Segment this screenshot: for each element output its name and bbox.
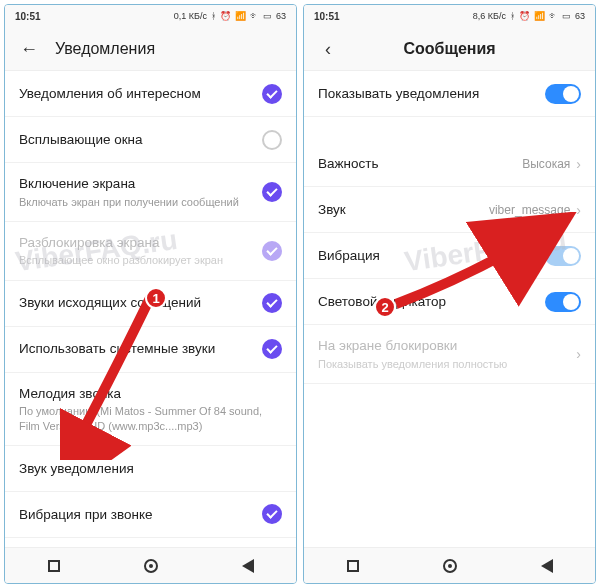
status-net: 8,6 КБ/с	[473, 12, 506, 21]
row-label: Всплывающие окна	[19, 131, 262, 149]
row-label: Вибрация	[318, 247, 545, 265]
wifi-icon: ᯤ	[549, 12, 558, 21]
check-icon	[262, 241, 282, 261]
nav-back[interactable]	[228, 559, 268, 573]
battery-pct: 63	[276, 12, 286, 21]
row-sound[interactable]: Звук viber_message ›	[304, 187, 595, 233]
row-label: Звук	[318, 201, 489, 219]
row-ringtone[interactable]: Мелодия звонка По умолчанию (Mi Matos - …	[5, 373, 296, 446]
status-indicators: 8,6 КБ/с ᚼ ⏰ 📶 ᯤ ▭ 63	[473, 12, 585, 21]
phone-right: 10:51 8,6 КБ/с ᚼ ⏰ 📶 ᯤ ▭ 63 ‹ Сообщения …	[303, 4, 596, 584]
circle-icon	[443, 559, 457, 573]
circle-icon	[144, 559, 158, 573]
check-icon	[262, 182, 282, 202]
row-notification-sound[interactable]: Звук уведомления	[5, 446, 296, 492]
chevron-right-icon: ›	[576, 203, 581, 217]
signal-icon: 📶	[235, 12, 246, 21]
row-label: Показывать уведомления	[318, 85, 545, 103]
row-label: Звук уведомления	[19, 460, 282, 478]
status-bar: 10:51 0,1 КБ/с ᚼ ⏰ 📶 ᯤ ▭ 63	[5, 5, 296, 27]
row-label: На экране блокировки	[318, 337, 576, 355]
row-sublabel: Всплывающее окно разблокирует экран	[19, 253, 262, 267]
square-icon	[347, 560, 359, 572]
check-icon	[262, 339, 282, 359]
chevron-left-icon: ‹	[325, 40, 331, 58]
row-screen-on[interactable]: Включение экрана Включать экран при полу…	[5, 163, 296, 222]
row-sublabel: Показывать уведомления полностью	[318, 357, 576, 371]
row-label: Световой индикатор	[318, 293, 545, 311]
row-value: viber_message	[489, 203, 570, 217]
row-label: Разблокировка экрана	[19, 234, 262, 252]
row-label: Использовать системные звуки	[19, 340, 262, 358]
status-bar: 10:51 8,6 КБ/с ᚼ ⏰ 📶 ᯤ ▭ 63	[304, 5, 595, 27]
bluetooth-icon: ᚼ	[510, 12, 515, 21]
check-icon	[262, 504, 282, 524]
check-icon	[262, 293, 282, 313]
toggle-on[interactable]	[545, 292, 581, 312]
battery-icon: ▭	[562, 12, 571, 21]
row-interesting[interactable]: Уведомления об интересном	[5, 71, 296, 117]
bluetooth-icon: ᚼ	[211, 12, 216, 21]
toggle-on[interactable]	[545, 246, 581, 266]
nav-home[interactable]	[430, 559, 470, 573]
row-show-notifications[interactable]: Показывать уведомления	[304, 71, 595, 117]
triangle-icon	[242, 559, 254, 573]
toggle-on[interactable]	[545, 84, 581, 104]
annotation-badge-1: 1	[145, 287, 167, 309]
battery-pct: 63	[575, 12, 585, 21]
page-title: Сообщения	[354, 40, 581, 58]
nav-recent[interactable]	[34, 560, 74, 572]
arrow-left-icon: ←	[20, 40, 38, 58]
chevron-right-icon: ›	[576, 347, 581, 361]
row-label: Важность	[318, 155, 522, 173]
row-led[interactable]: Световой индикатор	[304, 279, 595, 325]
nav-bar	[5, 547, 296, 583]
page-title: Уведомления	[55, 40, 282, 58]
row-unlock[interactable]: Разблокировка экрана Всплывающее окно ра…	[5, 222, 296, 281]
square-icon	[48, 560, 60, 572]
header: ‹ Сообщения	[304, 27, 595, 71]
row-label: Включение экрана	[19, 175, 262, 193]
row-sublabel: Включать экран при получении сообщений	[19, 195, 262, 209]
nav-bar	[304, 547, 595, 583]
back-button[interactable]: ←	[19, 39, 39, 59]
row-lockscreen[interactable]: На экране блокировки Показывать уведомле…	[304, 325, 595, 384]
alarm-icon: ⏰	[220, 12, 231, 21]
alarm-icon: ⏰	[519, 12, 530, 21]
row-system-sounds[interactable]: Использовать системные звуки	[5, 327, 296, 373]
nav-home[interactable]	[131, 559, 171, 573]
row-label: Вибрация при звонке	[19, 506, 262, 524]
signal-icon: 📶	[534, 12, 545, 21]
settings-list: Показывать уведомления Важность Высокая …	[304, 71, 595, 547]
section-gap	[304, 117, 595, 141]
triangle-icon	[541, 559, 553, 573]
row-label: Мелодия звонка	[19, 385, 282, 403]
check-icon	[262, 84, 282, 104]
nav-back[interactable]	[527, 559, 567, 573]
row-vibrate-call[interactable]: Вибрация при звонке	[5, 492, 296, 538]
status-time: 10:51	[314, 11, 340, 22]
battery-icon: ▭	[263, 12, 272, 21]
settings-list: Уведомления об интересном Всплывающие ок…	[5, 71, 296, 547]
row-label: Звуки исходящих сообщений	[19, 294, 262, 312]
radio-off-icon	[262, 130, 282, 150]
status-indicators: 0,1 КБ/с ᚼ ⏰ 📶 ᯤ ▭ 63	[174, 12, 286, 21]
back-button[interactable]: ‹	[318, 39, 338, 59]
annotation-badge-2: 2	[374, 296, 396, 318]
row-popup[interactable]: Всплывающие окна	[5, 117, 296, 163]
status-time: 10:51	[15, 11, 41, 22]
row-label: Уведомления об интересном	[19, 85, 262, 103]
status-net: 0,1 КБ/с	[174, 12, 207, 21]
row-value: Высокая	[522, 157, 570, 171]
row-sublabel: По умолчанию (Mi Matos - Summer Of 84 so…	[19, 404, 282, 433]
row-vibration[interactable]: Вибрация	[304, 233, 595, 279]
wifi-icon: ᯤ	[250, 12, 259, 21]
row-importance[interactable]: Важность Высокая ›	[304, 141, 595, 187]
nav-recent[interactable]	[333, 560, 373, 572]
chevron-right-icon: ›	[576, 157, 581, 171]
header: ← Уведомления	[5, 27, 296, 71]
